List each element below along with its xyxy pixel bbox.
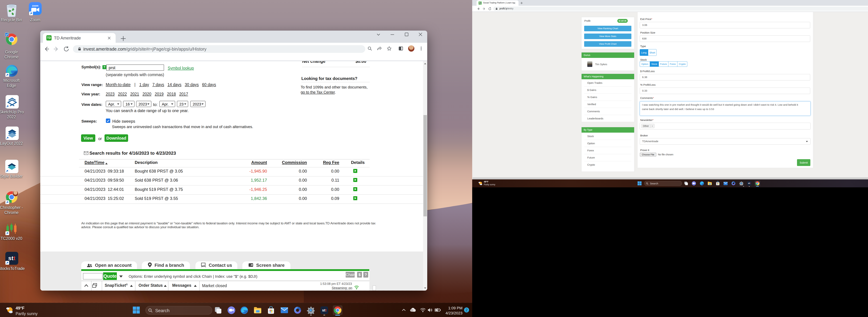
- svg-text:zoom: zoom: [32, 4, 38, 7]
